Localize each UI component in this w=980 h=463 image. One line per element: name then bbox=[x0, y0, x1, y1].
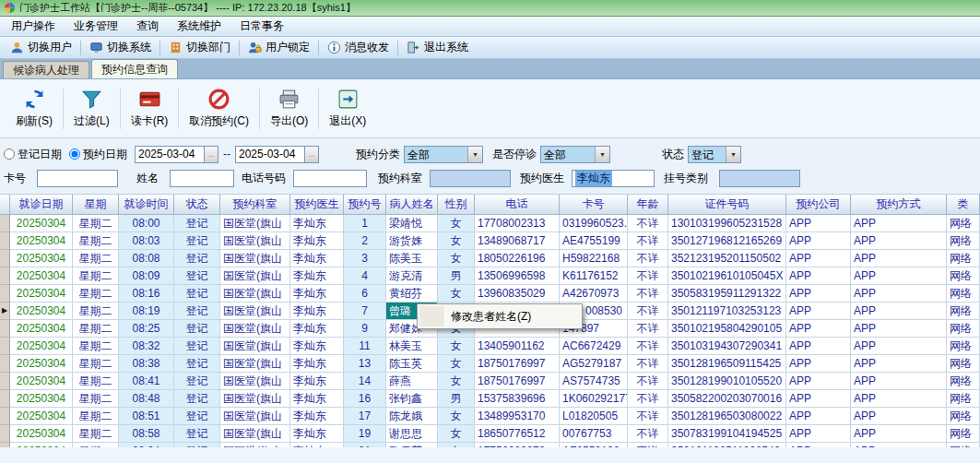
cell[interactable]: 2 bbox=[344, 232, 386, 250]
column-header[interactable]: 病人姓名 bbox=[386, 195, 438, 215]
cell[interactable]: 350128196509115425 bbox=[668, 355, 786, 373]
cell[interactable]: 不详 bbox=[628, 320, 668, 338]
cell[interactable]: 350128196503080022 bbox=[668, 408, 786, 425]
cell[interactable]: 网络 bbox=[947, 320, 980, 338]
cell[interactable]: 网络 bbox=[947, 267, 980, 285]
column-header[interactable]: 星期 bbox=[73, 195, 119, 215]
cell[interactable]: APP bbox=[851, 373, 947, 390]
cell[interactable]: 网络 bbox=[947, 232, 980, 250]
cell[interactable]: 网络 bbox=[947, 215, 980, 232]
cell[interactable]: 李灿东 bbox=[290, 285, 344, 303]
column-header[interactable]: 预约科室 bbox=[220, 195, 290, 215]
cell[interactable]: 国医堂(旗山 bbox=[220, 338, 290, 355]
cell[interactable]: 350127196812165269 bbox=[668, 232, 786, 250]
cell[interactable]: 李灿东 bbox=[290, 338, 344, 355]
cell[interactable]: 18750176997 bbox=[475, 355, 560, 373]
cell[interactable]: APP bbox=[786, 443, 851, 447]
date-to-input[interactable] bbox=[235, 146, 305, 163]
cell[interactable]: 350583195911291322 bbox=[668, 285, 786, 303]
cell[interactable]: 350783199104194525 bbox=[668, 425, 786, 443]
cell[interactable]: 08:03 bbox=[119, 232, 174, 250]
radio-register-date[interactable]: 登记日期 bbox=[4, 147, 62, 162]
date-to-picker-button[interactable]: … bbox=[305, 146, 319, 163]
cell[interactable]: 国医堂(旗山 bbox=[220, 373, 290, 390]
cell[interactable]: 350102195804290105 bbox=[668, 320, 786, 338]
cell[interactable]: 20250304 bbox=[10, 355, 73, 373]
row-selector[interactable] bbox=[0, 285, 10, 303]
cell[interactable]: 17 bbox=[344, 408, 386, 425]
chevron-down-icon[interactable]: ▼ bbox=[595, 147, 609, 162]
radio-register-date-input[interactable] bbox=[4, 148, 15, 160]
cell[interactable]: 不详 bbox=[628, 443, 668, 447]
cell[interactable]: 6 bbox=[344, 285, 386, 303]
cell[interactable]: APP bbox=[851, 267, 947, 285]
cell[interactable]: 20250304 bbox=[10, 250, 73, 267]
cell[interactable]: 女 bbox=[438, 285, 475, 303]
cell[interactable]: 网络 bbox=[947, 250, 980, 267]
cell[interactable]: 20250304 bbox=[10, 320, 73, 338]
cell[interactable]: 35010219610105045X bbox=[668, 267, 786, 285]
cell[interactable]: 不详 bbox=[628, 232, 668, 250]
stop-clinic-select[interactable]: 全部 ▼ bbox=[540, 146, 610, 163]
cell[interactable]: 350128199010105520 bbox=[668, 373, 786, 390]
cell[interactable]: 李灿东 bbox=[290, 408, 344, 425]
cell[interactable]: 15375839696 bbox=[475, 390, 560, 408]
cell[interactable]: 国医堂(旗山 bbox=[220, 425, 290, 443]
cell[interactable]: 李灿东 bbox=[290, 303, 344, 320]
cell[interactable]: 黄绍芬 bbox=[386, 285, 438, 303]
cell[interactable]: 1 bbox=[344, 215, 386, 232]
action-read-card-button[interactable]: 读卡(R) bbox=[123, 83, 177, 135]
row-selector[interactable] bbox=[0, 267, 10, 285]
appointment-class-select[interactable]: 全部 ▼ bbox=[404, 146, 483, 163]
cell[interactable]: 女 bbox=[438, 373, 475, 390]
row-selector[interactable] bbox=[0, 443, 10, 447]
cell[interactable]: APP bbox=[851, 285, 947, 303]
context-menu-item-rename-patient[interactable]: 修改患者姓名(Z) bbox=[419, 306, 580, 326]
cell[interactable]: 星期二 bbox=[73, 443, 119, 447]
cell[interactable]: APP bbox=[786, 355, 851, 373]
cell[interactable]: 女 bbox=[438, 425, 475, 443]
cell[interactable]: 登记 bbox=[174, 355, 220, 373]
cell[interactable]: AG5279187 bbox=[560, 355, 628, 373]
cell[interactable]: 350121196511022549 bbox=[668, 443, 786, 447]
cell[interactable]: 14 bbox=[344, 373, 386, 390]
cell[interactable]: 李灿东 bbox=[290, 267, 344, 285]
cell[interactable]: 网络 bbox=[947, 303, 980, 320]
cell[interactable]: 星期二 bbox=[73, 232, 119, 250]
toolbar-message-button[interactable]: 消息收发 bbox=[321, 38, 396, 57]
row-selector[interactable] bbox=[0, 408, 10, 425]
cell[interactable]: 08:48 bbox=[119, 390, 174, 408]
cell[interactable]: APP bbox=[786, 215, 851, 232]
cell[interactable]: APP bbox=[786, 232, 851, 250]
action-export-button[interactable]: 导出(O) bbox=[262, 83, 316, 135]
cell[interactable]: 00767753 bbox=[560, 425, 628, 443]
cell[interactable]: 国医堂(旗山 bbox=[220, 443, 290, 447]
cell[interactable]: 16 bbox=[344, 390, 386, 408]
column-header[interactable]: 预约方式 bbox=[851, 195, 947, 215]
cell[interactable]: 13489953170 bbox=[475, 408, 560, 425]
column-header[interactable]: 证件号码 bbox=[668, 195, 786, 215]
cell[interactable]: 登记 bbox=[174, 267, 220, 285]
cell[interactable]: 9 bbox=[344, 320, 386, 338]
toolbar-system-switch-button[interactable]: 切换系统 bbox=[83, 38, 158, 57]
column-header[interactable]: 卡号 bbox=[560, 195, 628, 215]
cell[interactable]: APP bbox=[786, 425, 851, 443]
cell[interactable]: 11 bbox=[344, 338, 386, 355]
cell[interactable]: 21 bbox=[344, 443, 386, 447]
row-selector[interactable] bbox=[0, 232, 10, 250]
cell[interactable]: 08:16 bbox=[119, 285, 174, 303]
row-selector[interactable] bbox=[0, 215, 10, 232]
cell[interactable]: 星期二 bbox=[73, 303, 119, 320]
cell[interactable]: 20250304 bbox=[10, 215, 73, 232]
row-selector[interactable] bbox=[0, 250, 10, 267]
cell[interactable]: APP bbox=[851, 443, 947, 447]
column-header[interactable]: 类 bbox=[947, 195, 980, 215]
cell[interactable]: 登记 bbox=[174, 250, 220, 267]
radio-appointment-date[interactable]: 预约日期 bbox=[69, 147, 127, 162]
cell[interactable]: 20250304 bbox=[10, 390, 73, 408]
column-header[interactable]: 电话 bbox=[475, 195, 560, 215]
cell[interactable]: 陈玉英 bbox=[386, 355, 438, 373]
date-from-picker-button[interactable]: … bbox=[205, 146, 218, 163]
cell[interactable]: 国医堂(旗山 bbox=[220, 267, 290, 285]
cell[interactable]: 17708002313 bbox=[475, 215, 560, 232]
